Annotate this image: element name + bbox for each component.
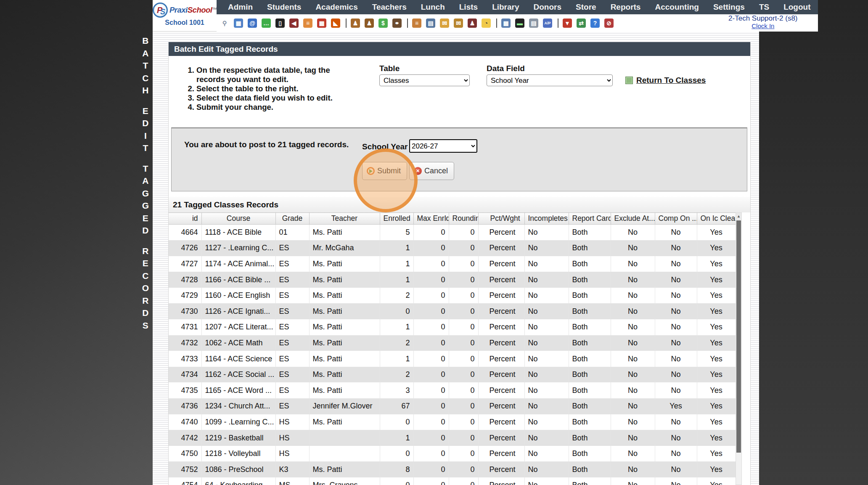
return-to-classes-link[interactable]: Return To Classes [625,76,706,85]
table-row[interactable]: 47501218 - VolleyballHS000PercentNoBothN… [169,446,736,462]
table-row[interactable]: 47331164 - ACE ScienceESMs. Patti100Perc… [169,351,736,367]
cell-course[interactable]: 1219 - Basketball [201,430,275,446]
cell-course[interactable]: 1207 - ACE Literat... [201,319,275,335]
cell-exclude-at[interactable]: No [611,351,655,367]
cell-teacher[interactable]: Ms. Patti [309,335,380,351]
add-student-icon[interactable]: ♟ [351,19,360,28]
pdf-icon[interactable]: ▼ [563,19,572,28]
chat-icon[interactable]: … [262,19,271,28]
cell-course[interactable]: 1126 - ACE Ignati... [201,303,275,319]
cell-max-enrld[interactable]: 0 [413,272,449,288]
cell-comp-on[interactable]: No [655,319,697,335]
cell-id[interactable]: 4729 [169,288,201,304]
table-row[interactable]: 47421219 - BasketballHS100PercentNoBothN… [169,430,736,446]
cell-max-enrld[interactable]: 0 [413,398,449,414]
cell-exclude-at[interactable]: No [611,272,655,288]
cell-incompletes[interactable]: No [524,256,569,272]
lunch-icon[interactable]: ≡ [412,19,421,28]
cell-teacher[interactable]: Mrs. Cravens [309,477,380,485]
cell-id[interactable]: 4734 [169,367,201,383]
cell-comp-on[interactable]: No [655,430,697,446]
cell-course[interactable]: 1127 - .Learning C... [201,240,275,256]
calculator-icon[interactable]: ≡ [303,19,312,28]
cell-pct-wght[interactable]: Percent [478,461,524,477]
mail-merge-icon[interactable]: ✉ [454,19,463,28]
cell-course[interactable]: 1174 - ACE Animal... [201,256,275,272]
cell-exclude-at[interactable]: No [611,477,655,485]
cell-pct-wght[interactable]: Percent [478,272,524,288]
cell-rounding[interactable]: 0 [449,288,478,304]
cell-max-enrld[interactable]: 0 [413,288,449,304]
table-row[interactable]: 47361234 - Church Att...ESJennifer M.Glo… [169,398,736,414]
cell-rounding[interactable]: 0 [449,414,478,430]
cell-exclude-at[interactable]: No [611,461,655,477]
cell-rounding[interactable]: 0 [449,303,478,319]
cell-on-ic-clear[interactable]: Yes [697,430,736,446]
cell-rounding[interactable]: 0 [449,461,478,477]
cell-exclude-at[interactable]: No [611,288,655,304]
cell-rounding[interactable]: 0 [449,335,478,351]
cell-exclude-at[interactable]: No [611,430,655,446]
cell-enrolled[interactable]: 1 [380,351,413,367]
cell-incompletes[interactable]: No [524,382,569,398]
clock-in-link[interactable]: Clock In [728,22,797,30]
cell-on-ic-clear[interactable]: Yes [697,477,736,485]
cell-report-card[interactable]: Both [569,335,611,351]
table-row[interactable]: 46641118 - ACE Bible01Ms. Patti500Percen… [169,225,736,241]
table-row[interactable]: 47341162 - ACE Social ...ESMs. Patti200P… [169,367,736,383]
cell-max-enrld[interactable]: 0 [413,351,449,367]
cell-course[interactable]: 1162 - ACE Social ... [201,367,275,383]
cell-grade[interactable]: ES [275,272,309,288]
cell-max-enrld[interactable]: 0 [413,256,449,272]
cell-enrolled[interactable]: 1 [380,430,413,446]
cell-course[interactable]: 1165 - ACE Word ... [201,382,275,398]
cell-exclude-at[interactable]: No [611,414,655,430]
cell-id[interactable]: 4728 [169,272,201,288]
gradebook-icon[interactable]: ▦ [501,19,511,28]
cell-enrolled[interactable]: 0 [380,446,413,462]
cell-id[interactable]: 4732 [169,335,201,351]
table-row[interactable]: 47301126 - ACE Ignati...ESMs. Patti000Pe… [169,303,736,319]
cell-teacher[interactable]: Ms. Patti [309,225,380,241]
disable-icon[interactable]: ⊘ [604,19,614,28]
cell-comp-on[interactable]: No [655,240,697,256]
cell-comp-on[interactable]: No [655,414,697,430]
col-header-teacher[interactable]: Teacher [309,213,380,225]
cell-pct-wght[interactable]: Percent [478,398,524,414]
cell-id[interactable]: 4726 [169,240,201,256]
cell-comp-on[interactable]: No [655,225,697,241]
cell-grade[interactable]: K3 [275,461,309,477]
cell-max-enrld[interactable]: 0 [413,382,449,398]
nav-item-logout[interactable]: Logout [776,3,818,12]
cell-teacher[interactable]: Ms. Patti [309,414,380,430]
cell-pct-wght[interactable]: Percent [478,240,524,256]
cell-incompletes[interactable]: No [524,367,569,383]
cell-comp-on[interactable]: No [655,351,697,367]
cell-comp-on[interactable]: No [655,461,697,477]
nav-item-library[interactable]: Library [485,3,526,12]
cell-teacher[interactable]: Ms. Patti [309,288,380,304]
cell-course[interactable]: 1099 - .Learning C... [201,414,275,430]
cell-report-card[interactable]: Both [569,382,611,398]
cell-course[interactable]: 1086 - PreSchool [201,461,275,477]
cell-incompletes[interactable]: No [524,303,569,319]
cell-exclude-at[interactable]: No [611,256,655,272]
cell-pct-wght[interactable]: Percent [478,382,524,398]
cell-on-ic-clear[interactable]: Yes [697,272,736,288]
cell-pct-wght[interactable]: Percent [478,256,524,272]
cell-course[interactable]: 1118 - ACE Bible [201,225,275,241]
cell-pct-wght[interactable]: Percent [478,414,524,430]
cell-max-enrld[interactable]: 0 [413,414,449,430]
cell-id[interactable]: 4733 [169,351,201,367]
cell-enrolled[interactable]: 2 [380,288,413,304]
cell-report-card[interactable]: Both [569,303,611,319]
cell-report-card[interactable]: Both [569,288,611,304]
col-header-comp-on[interactable]: Comp On ... [655,213,697,225]
cell-grade[interactable]: ES [275,256,309,272]
cell-exclude-at[interactable]: No [611,398,655,414]
cell-grade[interactable]: ES [275,351,309,367]
col-header-report-card[interactable]: Report Card [569,213,611,225]
cell-incompletes[interactable]: No [524,319,569,335]
cell-comp-on[interactable]: No [655,272,697,288]
cell-on-ic-clear[interactable]: Yes [697,288,736,304]
